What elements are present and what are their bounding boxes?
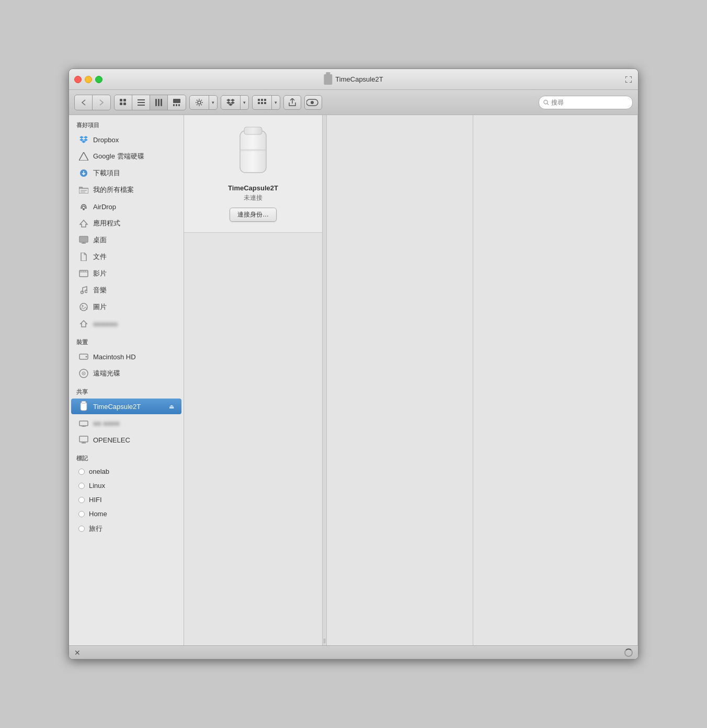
icon-view-button[interactable]: [115, 95, 132, 110]
column-view-button[interactable]: [150, 95, 168, 110]
timecapsule-sidebar-icon: [78, 401, 89, 412]
home-label: ●●●●●●: [93, 320, 118, 328]
svg-point-58: [83, 373, 84, 374]
action-button[interactable]: ▾: [189, 95, 218, 110]
timecapsule-label: TimeCapsule2T: [93, 403, 141, 411]
desktop-icon: [78, 235, 89, 245]
statusbar-close-button[interactable]: ✕: [74, 649, 81, 657]
sidebar-item-remote-dvd[interactable]: 遠端光碟: [71, 366, 181, 381]
timecapsule-device-icon: [235, 126, 271, 178]
forward-button[interactable]: [93, 95, 110, 110]
search-input[interactable]: [551, 99, 628, 106]
sidebar-item-tag-hifi[interactable]: HIFI: [71, 493, 181, 506]
airdrop-label: AirDrop: [93, 203, 116, 211]
sidebar-item-airdrop[interactable]: AirDrop: [71, 199, 181, 214]
sidebar-item-openelec[interactable]: OPENELEC: [71, 432, 181, 448]
minimize-button[interactable]: [85, 76, 92, 83]
movies-label: 影片: [93, 269, 107, 278]
sidebar-item-applications[interactable]: 應用程式: [71, 215, 181, 231]
google-drive-icon: [78, 151, 89, 162]
search-box[interactable]: [539, 96, 633, 109]
fullscreen-icon: [625, 76, 632, 83]
svg-rect-61: [79, 421, 88, 426]
svg-rect-42: [80, 237, 87, 242]
column-1: TimeCapsule2T 未連接 連接身份…: [184, 115, 323, 645]
svg-rect-10: [173, 99, 180, 103]
sidebar-item-dropbox[interactable]: Dropbox: [71, 132, 181, 147]
resize-handle-1[interactable]: ||: [323, 115, 327, 645]
device-name: TimeCapsule2T: [228, 184, 278, 192]
svg-rect-9: [161, 99, 162, 106]
sidebar-item-tag-home[interactable]: Home: [71, 507, 181, 520]
share-button[interactable]: [283, 95, 301, 110]
music-icon: [78, 285, 89, 295]
traffic-lights: [74, 76, 102, 83]
eject-icon[interactable]: ⏏: [169, 403, 174, 410]
dropbox-logo-icon: [226, 99, 235, 106]
svg-rect-5: [138, 102, 145, 103]
sidebar-item-music[interactable]: 音樂: [71, 282, 181, 298]
documents-label: 文件: [93, 252, 107, 261]
tag-circle-home: [78, 511, 85, 517]
dropbox-sidebar-icon: [78, 134, 89, 145]
svg-point-40: [83, 208, 85, 210]
tag-travel-label: 旅行: [89, 524, 102, 533]
device-preview: TimeCapsule2T 未連接 連接身份…: [184, 115, 322, 233]
sidebar-item-macintosh-hd[interactable]: Macintosh HD: [71, 349, 181, 365]
sidebar-item-downloads[interactable]: 下載項目: [71, 165, 181, 181]
sidebar-item-desktop[interactable]: 桌面: [71, 232, 181, 248]
nav-buttons: [74, 95, 111, 110]
toolbar: ▾ ▾: [69, 90, 638, 115]
back-button[interactable]: [75, 95, 93, 110]
sidebar-item-tag-travel[interactable]: 旅行: [71, 521, 181, 536]
svg-rect-68: [244, 127, 262, 134]
cover-flow-icon: [173, 99, 180, 106]
view-buttons: [114, 95, 186, 110]
column-3: [473, 115, 638, 645]
openelec-label: OPENELEC: [93, 436, 130, 444]
svg-marker-19: [229, 103, 233, 106]
quicklook-button[interactable]: [304, 95, 322, 110]
sidebar-item-timecapsule[interactable]: TimeCapsule2T ⏏: [71, 399, 181, 414]
svg-rect-6: [138, 105, 145, 106]
action-dropdown-arrow: ▾: [209, 96, 217, 109]
svg-rect-12: [176, 104, 177, 106]
search-icon: [543, 99, 549, 106]
quicklook-icon: [306, 98, 320, 107]
sidebar-item-pictures[interactable]: 圖片: [71, 299, 181, 315]
svg-rect-7: [155, 99, 157, 106]
macintosh-hd-label: Macintosh HD: [93, 353, 136, 361]
airdrop-icon: [78, 201, 89, 212]
connect-button[interactable]: 連接身份…: [230, 208, 277, 222]
desktop-label: 桌面: [93, 235, 107, 245]
openelec-icon: [78, 435, 89, 445]
list-view-button[interactable]: [132, 95, 150, 110]
svg-rect-21: [261, 99, 263, 101]
tag-circle-travel: [78, 526, 85, 532]
svg-point-50: [81, 291, 84, 294]
column-view: TimeCapsule2T 未連接 連接身份… ||: [184, 115, 638, 645]
svg-rect-69: [240, 149, 266, 151]
dropbox-dropdown-arrow: ▾: [240, 96, 248, 109]
sidebar-item-all-files[interactable]: 我的所有檔案: [71, 182, 181, 198]
fullscreen-button[interactable]: [624, 75, 633, 84]
dropbox-button[interactable]: ▾: [221, 95, 249, 110]
macintosh-hd-icon: [78, 351, 89, 362]
arrange-grid-icon: [258, 99, 266, 106]
sidebar-item-movies[interactable]: 影片: [71, 266, 181, 281]
sidebar-item-home[interactable]: ●●●●●●: [71, 316, 181, 332]
maximize-button[interactable]: [95, 76, 102, 83]
sidebar-item-documents[interactable]: 文件: [71, 249, 181, 265]
tag-hifi-label: HIFI: [89, 496, 102, 504]
arrange-button[interactable]: ▾: [252, 95, 280, 110]
sidebar-item-shared2[interactable]: ●● ●●●●: [71, 415, 181, 431]
sidebar-item-google-drive[interactable]: Google 雲端硬碟: [71, 149, 181, 164]
cover-flow-button[interactable]: [168, 95, 186, 110]
sidebar-item-tag-linux[interactable]: Linux: [71, 479, 181, 492]
svg-rect-11: [173, 104, 175, 106]
close-button[interactable]: [74, 76, 82, 83]
tag-onelab-label: onelab: [89, 468, 109, 475]
sidebar-item-tag-onelab[interactable]: onelab: [71, 465, 181, 478]
documents-icon: [78, 252, 89, 262]
downloads-label: 下載項目: [93, 168, 120, 178]
